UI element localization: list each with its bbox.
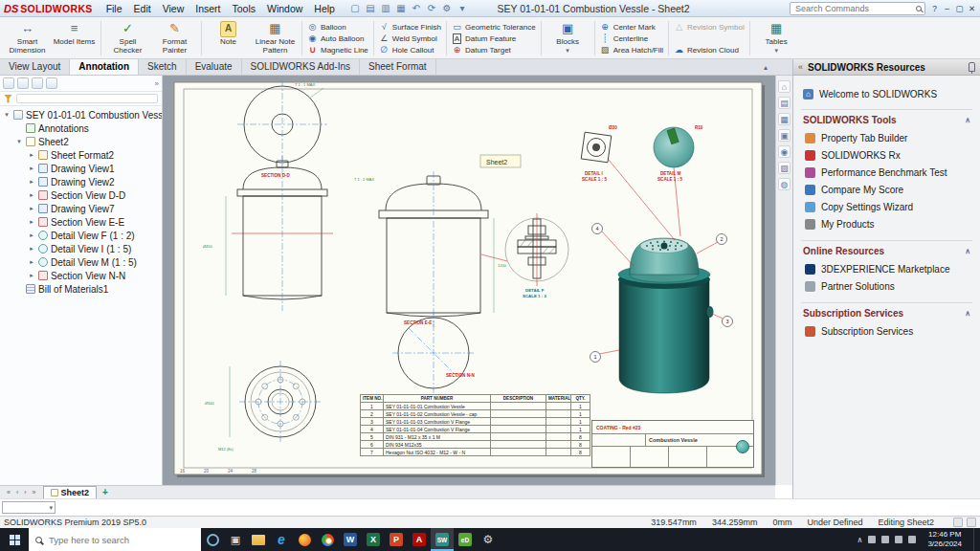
onedrive-icon[interactable] [868, 536, 876, 543]
tree-expand-arrow[interactable]: ▸ [28, 165, 35, 172]
show-desktop-button[interactable] [973, 528, 978, 551]
bom-row[interactable]: 6 DIN 934 M12x35 8 [361, 441, 590, 449]
tree-item[interactable]: ▸ Detail View F (1 : 2) [0, 229, 162, 242]
tree-expand-arrow[interactable]: ▸ [28, 178, 35, 186]
sheet-nav-button[interactable]: ‹ [13, 489, 21, 496]
balloon-button[interactable]: Balloon [305, 21, 370, 33]
bom-row[interactable]: 4 SEY 01-01-01-04 Combustion V Flange 1 [361, 426, 590, 433]
taskbar-clock[interactable]: 12:46 PM 3/26/2024 [922, 530, 968, 549]
weld-symbol-button[interactable]: Weld Symbol [377, 33, 443, 44]
tree-expand-arrow[interactable]: ▸ [28, 205, 35, 212]
resource-link[interactable]: My Products [803, 215, 970, 232]
command-search-input[interactable] [793, 3, 913, 14]
taskbar-search[interactable] [29, 528, 201, 551]
tree-item[interactable]: ▸ Drawing View2 [0, 175, 162, 188]
model-items-button[interactable]: Model Items [51, 18, 98, 58]
tools-section-header[interactable]: SOLIDWORKS Tools ∧ [803, 115, 970, 125]
bom-row[interactable]: 1 SEY 01-01-01-01 Combustion Vessle 1 [361, 403, 590, 410]
ribbon-tab[interactable]: Annotation [70, 59, 139, 75]
tables-button[interactable]: Tables [753, 18, 800, 58]
custom-properties-status-icon[interactable] [953, 518, 963, 527]
tree-item[interactable]: ▾ Sheet2 [0, 135, 162, 148]
close-button[interactable]: ✕ [966, 2, 978, 14]
print-button[interactable]: ▦ [394, 2, 408, 15]
note-button[interactable]: Note [205, 18, 252, 58]
save-button[interactable]: ▥ [379, 2, 392, 15]
resource-link[interactable]: Compare My Score [803, 181, 970, 198]
collapse-pane-icon[interactable]: « [798, 62, 803, 72]
tree-item[interactable]: ▸ Section View E-E [0, 215, 162, 229]
ribbon-tab[interactable]: Sheet Format [360, 59, 436, 75]
resource-link[interactable]: SOLIDWORKS Rx [803, 146, 970, 164]
dimxpert-tab-icon[interactable] [46, 77, 57, 89]
blocks-dropdown-icon[interactable] [566, 47, 569, 55]
view-palette-tab-icon[interactable]: ▣ [778, 129, 791, 142]
quick-filter-dropdown[interactable] [2, 501, 56, 514]
sheet-tab-sheet2[interactable]: Sheet2 [43, 486, 98, 498]
tree-item[interactable]: ▸ Sheet Format2 [0, 148, 162, 162]
tree-item[interactable]: ▸ Section View N-N [0, 269, 162, 282]
ribbon-tab[interactable]: Evaluate [187, 59, 242, 75]
spell-checker-button[interactable]: Spell Checker [104, 18, 151, 58]
sheet-nav-button[interactable]: › [21, 489, 29, 496]
file-explorer-icon[interactable] [247, 528, 270, 551]
tree-item[interactable]: ▸ Detail View I (1 : 5) [0, 242, 162, 255]
firefox-icon[interactable] [293, 528, 316, 551]
configuration-manager-tab-icon[interactable] [32, 77, 43, 89]
tree-expand-arrow[interactable]: ▸ [28, 218, 35, 226]
menu-item[interactable]: Insert [189, 3, 226, 14]
blocks-button[interactable]: Blocks [545, 18, 591, 58]
balloon-4[interactable]: 4 [592, 224, 603, 234]
magnetic-line-button[interactable]: Magnetic Line [305, 44, 370, 55]
word-icon[interactable]: W [339, 528, 362, 551]
property-manager-tab-icon[interactable] [17, 77, 29, 89]
linear-note-pattern-button[interactable]: Linear Note Pattern [252, 18, 299, 58]
bill-of-materials-table[interactable]: ITEM NO.PART NUMBERDESCRIPTIONMATERIALQT… [360, 394, 590, 456]
datum-target-button[interactable]: Datum Target [450, 44, 538, 55]
edrawings-icon[interactable]: eD [454, 528, 477, 551]
resource-link[interactable]: 3DEXPERIENCE Marketplace [803, 260, 970, 277]
hole-callout-button[interactable]: Hole Callout [377, 44, 443, 55]
tree-expand-arrow[interactable]: ▾ [15, 138, 23, 145]
tree-item[interactable]: Annotations [0, 121, 162, 135]
tree-item[interactable]: ▾ SEY 01-01-01 Combustion Vessle [0, 108, 162, 121]
balloon-3[interactable]: 3 [723, 317, 733, 327]
tree-item[interactable]: ▸ Section View D-D [0, 188, 162, 202]
tag-status-icon[interactable] [967, 518, 976, 527]
chrome-icon[interactable] [316, 528, 339, 551]
menu-item[interactable]: Help [308, 3, 341, 14]
smart-dimension-button[interactable]: Smart Dimension [4, 18, 51, 58]
minimize-button[interactable]: – [941, 2, 953, 14]
center-mark-button[interactable]: Center Mark [598, 21, 665, 33]
tables-dropdown-icon[interactable] [774, 47, 778, 55]
datum-feature-button[interactable]: Datum Feature [450, 33, 538, 44]
tree-expand-arrow[interactable]: ▸ [28, 191, 35, 199]
resources-tab-icon[interactable]: ⌂ [778, 80, 791, 93]
geometric-tolerance-button[interactable]: Geometric Tolerance [450, 21, 538, 33]
add-sheet-button[interactable] [100, 487, 111, 498]
menu-item[interactable]: Window [261, 3, 308, 14]
shield-icon[interactable] [881, 536, 889, 543]
tree-item[interactable]: ▸ Drawing View7 [0, 202, 162, 215]
bom-row[interactable]: 5 DIN 931 - M12 x 35 x 1 M 8 [361, 433, 590, 441]
resource-link[interactable]: Subscription Services [803, 322, 970, 340]
tree-item[interactable]: ▸ Detail View M (1 : 5) [0, 255, 162, 269]
bom-row[interactable]: 3 SEY 01-01-01-03 Combustion V Flange 1 [361, 418, 590, 426]
format-painter-button[interactable]: Format Painter [151, 18, 198, 58]
menu-item[interactable]: Tools [226, 3, 261, 14]
tree-expand-arrow[interactable]: ▸ [28, 231, 35, 239]
balloon-1[interactable]: 1 [590, 352, 601, 363]
menu-item[interactable]: Edit [128, 3, 157, 14]
tree-filter-input[interactable] [16, 94, 158, 103]
volume-icon[interactable] [895, 536, 902, 543]
sheet-nav-button[interactable]: » [30, 489, 39, 496]
collapse-ribbon-icon[interactable]: ▴ [764, 63, 768, 72]
tree-item[interactable]: ▸ Drawing View1 [0, 162, 162, 175]
centerline-button[interactable]: Centerline [598, 33, 665, 44]
tree-expand-arrow[interactable]: ▸ [28, 245, 35, 253]
bom-row[interactable]: 2 SEY 01-01-01-02 Combustion Vessle - ca… [361, 410, 590, 418]
bom-row[interactable]: 7 Hexagon Nut ISO 4032 - M12 - W - N 8 [361, 449, 590, 456]
area-hatch-fill-button[interactable]: Area Hatch/Fill [598, 44, 665, 55]
acrobat-icon[interactable]: A [408, 528, 431, 551]
pin-icon[interactable] [969, 62, 975, 72]
